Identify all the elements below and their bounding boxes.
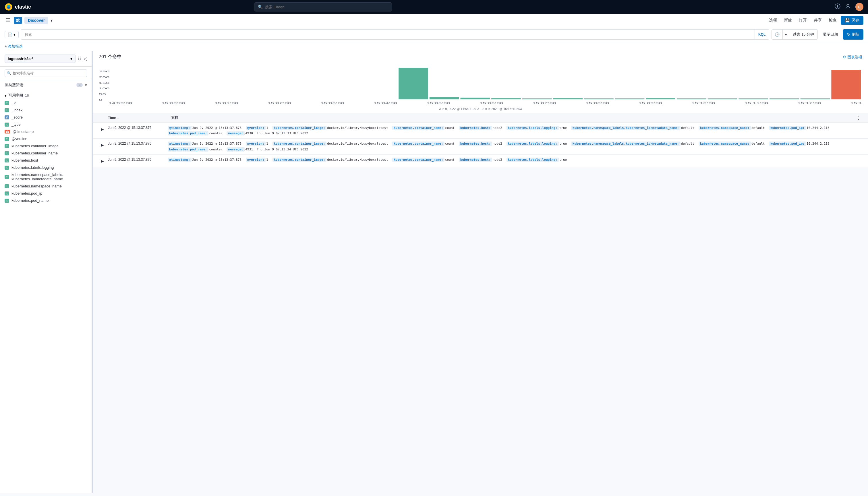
kql-badge[interactable]: KQL	[755, 29, 769, 40]
index-pattern-label: logstash-k8s-*	[8, 57, 33, 61]
refresh-label: 刷新	[852, 32, 859, 37]
field-item[interactable]: 📅 @timestamp	[0, 128, 92, 135]
workspace-badge[interactable]: 默	[14, 17, 22, 24]
svg-text:250: 250	[99, 70, 110, 73]
inspect-button[interactable]: 检查	[826, 16, 840, 25]
field-item[interactable]: t _id	[0, 99, 92, 107]
field-item[interactable]: t kubernetes.pod_ip	[0, 190, 92, 197]
field-key: message:	[227, 131, 245, 136]
chart-bar[interactable]	[460, 97, 490, 99]
chart-bar[interactable]	[831, 70, 861, 99]
time-chevron-icon: ▾	[782, 30, 789, 39]
user-menu-icon[interactable]	[845, 3, 851, 11]
global-search-input[interactable]	[265, 5, 388, 9]
field-key: kubernetes.labels.logging:	[507, 158, 559, 162]
chart-bar[interactable]	[615, 98, 645, 99]
field-key: kubernetes.host:	[459, 158, 492, 162]
field-type-icon: t	[4, 166, 9, 170]
chart-bar[interactable]	[646, 98, 675, 99]
save-button[interactable]: 💾 保存	[841, 16, 864, 25]
save-icon: 💾	[845, 18, 850, 23]
table-row-main: ▶ Jun 9, 2022 @ 15:13:37.876 @timestamp:…	[93, 123, 868, 138]
svg-text:15:10:00: 15:10:00	[692, 101, 715, 104]
field-item[interactable]: t kubernetes.labels.logging	[0, 164, 92, 171]
global-search-bar[interactable]: 🔍	[254, 2, 392, 12]
field-item[interactable]: t kubernetes.container_name	[0, 150, 92, 157]
search-input[interactable]	[21, 29, 755, 40]
options-button[interactable]: 选项	[766, 16, 780, 25]
field-item[interactable]: t kubernetes.container_image	[0, 142, 92, 150]
field-val: default	[751, 142, 766, 145]
sidebar-field-search[interactable]	[4, 69, 87, 77]
field-item[interactable]: # _score	[0, 114, 92, 121]
filter-type-row[interactable]: 按类型筛选 0 ▾	[0, 80, 92, 90]
field-key: @version:	[246, 126, 266, 130]
field-val: counter	[209, 131, 224, 135]
chart-bar[interactable]	[801, 98, 830, 99]
new-button[interactable]: 新建	[781, 16, 795, 25]
field-item[interactable]: t kubernetes.namespace_labels. kubernete…	[0, 171, 92, 183]
notifications-icon[interactable]	[835, 3, 840, 11]
field-key: kubernetes.labels.logging:	[507, 141, 559, 146]
open-button[interactable]: 打开	[796, 16, 810, 25]
field-key: kubernetes.container_name:	[392, 158, 445, 162]
chart-bar[interactable]	[770, 98, 799, 99]
field-key: @timestamp:	[168, 141, 191, 146]
chart-bar[interactable]	[708, 98, 737, 99]
field-key: kubernetes.container_name:	[392, 141, 445, 146]
hamburger-menu-button[interactable]: ☰	[4, 16, 12, 25]
svg-text:15:06:00: 15:06:00	[480, 101, 503, 104]
breadcrumb-bar: ☰ 默 Discover ▾ 选项 新建 打开 共享 检查 💾 保存	[0, 14, 868, 27]
field-item[interactable]: t _type	[0, 121, 92, 128]
field-item[interactable]: t kubernetes.pod_name	[0, 197, 92, 204]
svg-rect-5	[837, 5, 838, 7]
time-filter[interactable]: 🕐 ▾ 过去 15 分钟	[772, 29, 818, 40]
sidebar-grid-icon[interactable]: ⠿	[78, 56, 81, 61]
chart-bar[interactable]	[584, 98, 614, 99]
field-val: Jun 9, 2022 @ 15:13:37.876	[192, 142, 244, 145]
chart-bar[interactable]	[430, 97, 459, 99]
field-item[interactable]: t kubernetes.host	[0, 157, 92, 164]
available-fields-header[interactable]: ▾ 可用字段 16	[0, 90, 92, 99]
add-filter-button[interactable]: + 添加筛选	[4, 44, 23, 49]
chart-bar[interactable]	[522, 98, 552, 99]
field-item[interactable]: t @version	[0, 135, 92, 142]
chart-bar[interactable]	[491, 98, 521, 99]
index-pattern-selector[interactable]: logstash-k8s-* ▾	[4, 55, 76, 63]
field-name: kubernetes.container_image	[12, 144, 59, 148]
expand-icon: ▾	[4, 94, 6, 98]
field-val: Jun 9, 2022 @ 15:13:37.876	[192, 158, 244, 161]
avatar[interactable]: E	[855, 3, 864, 11]
sidebar-collapse-icon[interactable]: ◁	[83, 56, 87, 61]
row-time: Jun 9, 2022 @ 15:13:37.876	[108, 125, 165, 130]
th-time[interactable]: Time ↓	[108, 116, 171, 120]
chart-bar[interactable]	[739, 98, 768, 99]
expand-row-button[interactable]: ▶	[99, 126, 106, 133]
discover-tab[interactable]: Discover	[25, 17, 48, 24]
share-button[interactable]: 共享	[811, 16, 825, 25]
svg-rect-6	[837, 7, 838, 8]
field-val: count	[445, 158, 456, 161]
refresh-button[interactable]: ↻ 刷新	[843, 29, 864, 40]
field-key: kubernetes.host:	[459, 126, 492, 130]
expand-row-button[interactable]: ▶	[99, 158, 106, 165]
filter-type-count: 0	[76, 83, 83, 87]
field-val: true	[559, 126, 569, 130]
field-type-icon: t	[4, 158, 9, 162]
field-key: kubernetes.labels.logging:	[507, 126, 559, 130]
chart-bar[interactable]	[553, 98, 583, 99]
field-type-icon: t	[4, 123, 9, 127]
field-val: 4930: Thu Jun 9 07:13:33 UTC 2022	[245, 131, 308, 135]
field-pill: kubernetes.labels.logging:true	[507, 141, 571, 145]
field-pill: kubernetes.namespace_labels.kubernetes_i…	[571, 126, 699, 130]
chart-bar[interactable]	[677, 98, 706, 99]
expand-row-button[interactable]: ▶	[99, 141, 106, 149]
field-item[interactable]: t _index	[0, 107, 92, 114]
chart-options-button[interactable]: ⚙ 图表选项	[843, 55, 862, 60]
chart-bar[interactable]	[399, 68, 428, 99]
display-date-button[interactable]: 显示日期	[820, 30, 841, 39]
data-view-selector[interactable]: 📄 ▾	[4, 31, 19, 38]
breadcrumb-chevron-button[interactable]: ▾	[50, 18, 52, 23]
elastic-logo[interactable]: elastic	[4, 3, 31, 11]
field-item[interactable]: t kubernetes.namespace_name	[0, 183, 92, 190]
